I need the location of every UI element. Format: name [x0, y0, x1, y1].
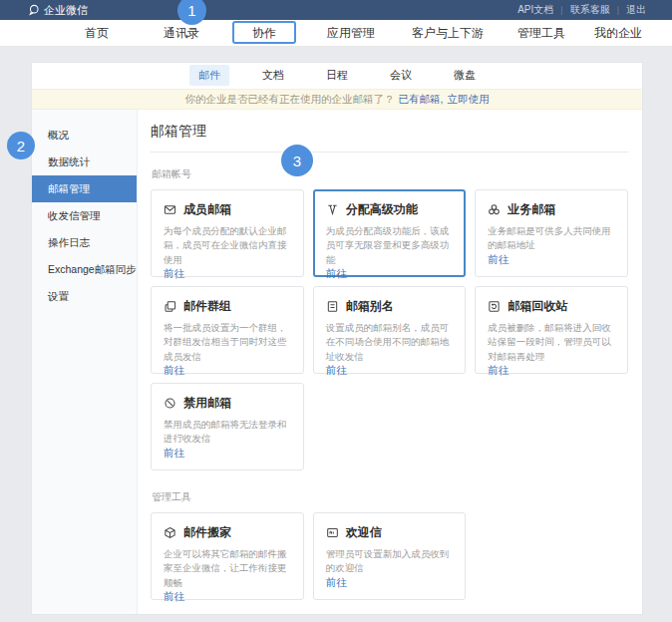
divider: | [560, 5, 562, 15]
tab-meeting[interactable]: 会议 [381, 65, 421, 86]
nav-item-admin-tools[interactable]: 管理工具 [517, 20, 565, 47]
nav-item-customers[interactable]: 客户与上下游 [412, 20, 484, 47]
tab-calendar[interactable]: 日程 [317, 65, 357, 86]
existing-mailbox-link[interactable]: 已有邮箱, [399, 93, 444, 107]
nav-item-app-management[interactable]: 应用管理 [327, 20, 375, 47]
card-title: 邮箱回收站 [507, 298, 567, 315]
logout-link[interactable]: 退出 [626, 3, 646, 17]
shared-mailbox-icon [488, 203, 501, 216]
sidebar-item-overview[interactable]: 概况 [32, 122, 137, 149]
card-description: 设置成员的邮箱别名，成员可在不同场合使用不同的邮箱地址收发信 [326, 321, 454, 364]
go-link-mail-migration[interactable]: 前往 [164, 590, 291, 604]
card-disabled-mailbox: 禁用邮箱 禁用成员的邮箱将无法登录和进行收发信 前往 [151, 383, 304, 470]
card-description: 将一批成员设置为一个群组，对群组发信相当于同时对这些成员发信 [164, 321, 291, 364]
mail-settings-sidebar: 概况 数据统计 邮箱管理 收发信管理 操作日志 Exchange邮箱同步 设置 [32, 110, 138, 614]
chat-bubble-icon [28, 4, 40, 16]
card-title: 分配高级功能 [346, 201, 418, 218]
content-panel: 邮件 文档 日程 会议 微盘 你的企业是否已经有正在使用的企业邮箱了？ 已有邮箱… [31, 62, 643, 615]
section-label-mailbox-accounts: 邮箱帐号 [152, 167, 628, 181]
go-link-disabled-mailbox[interactable]: 前往 [164, 447, 291, 461]
card-title: 业务邮箱 [507, 201, 555, 218]
go-link-mailbox-alias[interactable]: 前往 [326, 364, 454, 378]
card-title: 邮箱别名 [346, 298, 394, 315]
go-link-recycle-bin[interactable]: 前往 [488, 364, 615, 378]
card-mail-group: 邮件群组 将一批成员设置为一个群组，对群组发信相当于同时对这些成员发信 前往 [151, 286, 304, 374]
nav-item-collaboration[interactable]: 协作 [252, 20, 276, 47]
annotation-step-2-badge: 2 [7, 132, 35, 159]
tab-drive[interactable]: 微盘 [445, 65, 485, 86]
collaboration-subtabs: 邮件 文档 日程 会议 微盘 [32, 63, 642, 89]
section-label-admin-tools: 管理工具 [152, 490, 628, 504]
card-description: 禁用成员的邮箱将无法登录和进行收发信 [164, 418, 291, 447]
alias-icon [326, 300, 339, 313]
mail-group-icon [164, 300, 176, 313]
card-mailbox-recycle-bin: 邮箱回收站 成员被删除，邮箱将进入回收站保留一段时间，管理员可以对邮箱再处理 前… [475, 286, 628, 374]
tab-mail[interactable]: 邮件 [189, 65, 229, 86]
card-description: 成员被删除，邮箱将进入回收站保留一段时间，管理员可以对邮箱再处理 [488, 321, 615, 364]
card-description: 管理员可设置新加入成员收到的欢迎信 [326, 547, 454, 576]
go-link-mail-group[interactable]: 前往 [164, 364, 291, 378]
existing-mailbox-notice: 你的企业是否已经有正在使用的企业邮箱了？ 已有邮箱, 立即使用 [32, 89, 642, 110]
go-link-business-mailbox[interactable]: 前往 [488, 253, 615, 267]
card-mailbox-alias: 邮箱别名 设置成员的邮箱别名，成员可在不同场合使用不同的邮箱地址收发信 前往 [313, 286, 467, 374]
card-description: 为每个成员分配的默认企业邮箱，成员可在企业微信内直接使用 [164, 224, 291, 267]
sidebar-item-send-receive[interactable]: 收发信管理 [32, 202, 137, 229]
tab-docs[interactable]: 文档 [253, 65, 293, 86]
card-title: 欢迎信 [346, 524, 382, 541]
api-doc-link[interactable]: API文档 [517, 3, 553, 17]
sidebar-item-statistics[interactable]: 数据统计 [32, 149, 137, 175]
card-title: 禁用邮箱 [183, 395, 231, 412]
annotation-highlight-box-collaboration [232, 21, 296, 44]
vip-icon [326, 203, 339, 216]
contact-support-link[interactable]: 联系客服 [570, 3, 610, 17]
annotation-step-3-badge: 3 [281, 145, 313, 176]
package-icon [164, 526, 176, 539]
card-member-mailbox: 成员邮箱 为每个成员分配的默认企业邮箱，成员可在企业微信内直接使用 前往 [151, 189, 304, 277]
app-logo-text: 企业微信 [44, 3, 88, 18]
topbar: 企业微信 API文档 | 联系客服 | 退出 [0, 0, 672, 20]
sidebar-item-settings[interactable]: 设置 [32, 283, 137, 310]
divider: | [617, 5, 619, 15]
card-mail-migration: 邮件搬家 企业可以将其它邮箱的邮件搬家至企业微信，让工作衔接更顺畅 前往 [151, 512, 304, 600]
mailbox-management-main: 邮箱管理 邮箱帐号 成员邮箱 为每个成员分配的默认企业邮箱，成员可在企业微信内直… [138, 110, 642, 614]
card-title: 邮件搬家 [183, 524, 231, 541]
sidebar-item-exchange-sync[interactable]: Exchange邮箱同步 [32, 256, 137, 283]
ban-icon [164, 397, 176, 410]
sidebar-item-mailbox-management[interactable]: 邮箱管理 [32, 175, 137, 202]
welcome-letter-icon [326, 526, 339, 539]
use-now-link[interactable]: 立即使用 [447, 93, 489, 107]
nav-item-my-company[interactable]: 我的企业 [594, 20, 642, 47]
card-title: 成员邮箱 [183, 201, 231, 218]
admin-tools-grid: 邮件搬家 企业可以将其它邮箱的邮件搬家至企业微信，让工作衔接更顺畅 前往 [151, 512, 628, 600]
sidebar-item-operation-log[interactable]: 操作日志 [32, 229, 137, 256]
card-description: 业务邮箱是可供多人共同使用的邮箱地址 [488, 224, 615, 253]
main-navbar: 首页 通讯录 协作 应用管理 客户与上下游 管理工具 我的企业 [0, 20, 672, 47]
nav-item-home[interactable]: 首页 [85, 20, 109, 47]
app-logo: 企业微信 [28, 3, 88, 18]
recycle-icon [488, 300, 501, 313]
card-title: 邮件群组 [183, 298, 231, 315]
envelope-icon [164, 203, 176, 216]
card-assign-premium-features: 分配高级功能 为成员分配高级功能后，该成员可享无限容量和更多高级功能 前往 [313, 189, 467, 277]
go-link-member-mailbox[interactable]: 前往 [164, 267, 291, 281]
mailbox-accounts-grid: 成员邮箱 为每个成员分配的默认企业邮箱，成员可在企业微信内直接使用 前往 分配高… [151, 189, 628, 470]
page-title: 邮箱管理 [151, 123, 628, 153]
go-link-assign-premium[interactable]: 前往 [326, 267, 454, 281]
notice-text: 你的企业是否已经有正在使用的企业邮箱了？ [185, 93, 395, 107]
card-business-mailbox: 业务邮箱 业务邮箱是可供多人共同使用的邮箱地址 前往 [475, 189, 628, 277]
card-description: 为成员分配高级功能后，该成员可享无限容量和更多高级功能 [326, 224, 454, 267]
card-description: 企业可以将其它邮箱的邮件搬家至企业微信，让工作衔接更顺畅 [164, 547, 291, 590]
card-welcome-letter: 欢迎信 管理员可设置新加入成员收到的欢迎信 前往 [313, 512, 467, 600]
go-link-welcome-letter[interactable]: 前往 [326, 576, 454, 590]
